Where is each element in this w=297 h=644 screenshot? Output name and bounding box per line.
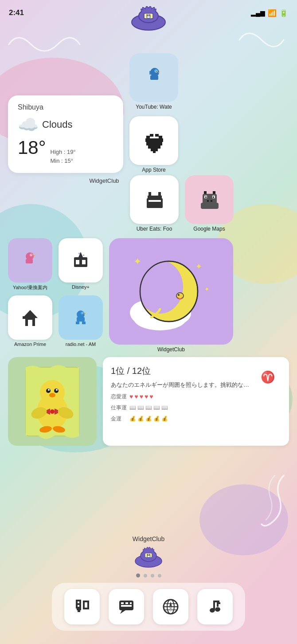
svg-rect-49 [78,253,80,254]
fortune-sign: ♈ [261,370,275,384]
svg-rect-43 [26,259,33,263]
svg-rect-113 [83,608,89,609]
svg-rect-93 [76,600,78,601]
svg-rect-129 [217,601,219,607]
svg-point-82 [48,389,50,391]
svg-point-72 [176,293,184,299]
status-icons: ▂▄▆ 📶 🔋 [251,9,288,17]
dock-phone[interactable] [64,589,100,624]
weather-main: ☁️ Clouds [18,115,113,134]
fortune-love-icons: ♥ ♥ ♥ ♥ ♥ [129,393,153,400]
dot-3 [151,574,154,577]
wifi-icon: 📶 [268,9,277,17]
fortune-card[interactable]: 1位 / 12位 ♈ あなたのエネルギーが周囲を照らします。挑戦的な… 恋愛運 … [103,357,289,446]
app-item-googlemaps[interactable]: Google Maps [185,175,234,232]
appstore-label: App Store [142,167,165,173]
amazon-icon [8,295,52,340]
svg-rect-118 [121,605,132,607]
svg-rect-116 [125,602,128,604]
appstore-icon [129,116,178,165]
page-dots [136,573,161,577]
fortune-love-label: 恋愛運 [111,393,127,401]
dot-2 [144,574,147,577]
svg-rect-16 [159,136,162,138]
youtube-icon [129,53,178,102]
dock-messages[interactable] [109,589,144,624]
googlemaps-icon [185,175,234,224]
svg-rect-101 [76,605,78,607]
fortune-money-icons: 💰 💰 💰 💰 💰 [129,416,168,422]
widgetclub-footer: WidgetClub 💾 [133,535,164,577]
svg-marker-45 [78,252,83,257]
dock [52,583,245,631]
svg-rect-103 [76,607,78,609]
svg-text:✦: ✦ [133,256,141,267]
svg-rect-98 [76,603,78,605]
dock-music[interactable] [197,589,233,624]
svg-rect-48 [82,260,86,264]
svg-rect-14 [150,134,153,137]
svg-rect-108 [83,601,89,602]
svg-rect-127 [213,601,215,609]
amazon-label: Amazon Prime [14,342,46,347]
svg-rect-17 [145,138,163,142]
svg-rect-105 [79,607,81,609]
googlemaps-label: Google Maps [193,226,225,232]
weather-widget[interactable]: Shibuya ☁️ Clouds 18° High : 19° Min : 1… [8,95,123,173]
weather-condition: Clouds [42,119,72,130]
svg-text:💾: 💾 [147,554,151,558]
svg-point-76 [40,380,65,405]
svg-rect-54 [23,316,25,319]
weather-bottom: 18° High : 19° Min : 15° [18,137,113,165]
disney-icon [59,238,103,283]
fortune-mascot[interactable] [8,357,97,446]
svg-rect-96 [76,601,78,603]
battery-icon: 🔋 [279,9,288,17]
svg-rect-94 [78,600,79,601]
svg-text:✦: ✦ [195,262,202,271]
svg-rect-99 [78,603,79,605]
weather-cloud-icon: ☁️ [18,115,39,134]
svg-rect-33 [213,196,214,198]
svg-rect-109 [83,602,85,604]
fortune-work-icons: 📖 📖 📖 📖 📖 [129,404,168,411]
svg-text:✦: ✦ [204,286,210,293]
footer-mascot: 💾 [133,544,164,572]
app-item-youtube[interactable]: YouTube: Wate [129,53,178,110]
app-item-appstore[interactable]: App Store [129,116,178,173]
svg-rect-102 [79,605,81,607]
row2: Yahoo!乗換案内 [8,238,289,353]
dock-area: WidgetClub 💾 [0,535,297,631]
moon-widget-inner: ✦ ✦ ✦ [109,238,233,345]
app-item-radio[interactable]: radio.net - AM [59,295,103,347]
svg-rect-60 [77,317,85,322]
app-item-yahoo[interactable]: Yahoo!乗換案内 [8,238,52,291]
svg-point-83 [56,389,58,391]
svg-rect-26 [148,200,161,202]
status-bar: 2:41 ▂▄▆ 📶 🔋 [0,0,297,22]
status-time: 2:41 [9,8,24,17]
svg-point-131 [215,607,221,612]
svg-point-42 [31,254,32,255]
svg-rect-117 [130,602,132,604]
fortune-header: 1位 / 12位 ♈ [111,365,281,377]
svg-marker-125 [169,601,172,607]
radio-icon [59,295,103,340]
svg-rect-97 [79,601,81,603]
svg-rect-15 [155,134,159,137]
svg-rect-111 [83,604,85,608]
moon-widget-container[interactable]: ✦ ✦ ✦ [109,238,233,353]
app-item-disney[interactable]: Disney+ [59,238,103,291]
svg-rect-32 [205,196,207,198]
svg-rect-100 [79,603,81,605]
app-item-ubereats[interactable]: Uber Eats: Foo [130,175,179,232]
dock-safari[interactable] [153,589,188,624]
ubereats-label: Uber Eats: Foo [137,226,172,232]
fortune-love-row: 恋愛運 ♥ ♥ ♥ ♥ ♥ [111,393,281,401]
svg-rect-107 [78,610,80,612]
weather-high: High : 19° [51,148,76,157]
app-item-amazon[interactable]: Amazon Prime [8,295,52,347]
moon-widget[interactable]: ✦ ✦ ✦ [109,238,233,345]
row1b: Uber Eats: Foo Google Maps [130,175,289,232]
svg-rect-36 [201,203,219,209]
